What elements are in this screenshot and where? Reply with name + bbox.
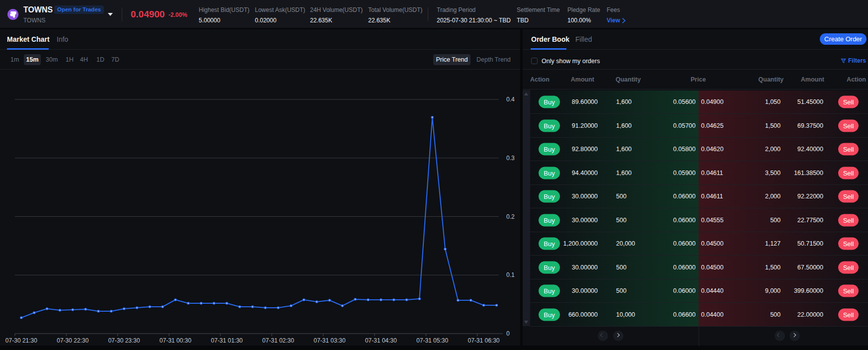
svg-text:0.2: 0.2	[506, 213, 515, 220]
svg-text:07-31 02:30: 07-31 02:30	[262, 337, 294, 344]
svg-text:07-30 23:30: 07-30 23:30	[108, 337, 140, 344]
svg-text:0.3: 0.3	[506, 155, 515, 162]
svg-text:0: 0	[506, 330, 510, 337]
svg-text:07-31 06:30: 07-31 06:30	[468, 337, 499, 344]
svg-text:07-30 21:30: 07-30 21:30	[5, 337, 37, 344]
svg-text:0.4: 0.4	[506, 96, 515, 103]
svg-text:07-31 04:30: 07-31 04:30	[365, 337, 397, 344]
svg-text:07-31 03:30: 07-31 03:30	[314, 337, 345, 344]
svg-text:07-31 05:30: 07-31 05:30	[416, 337, 448, 344]
svg-text:07-31 00:30: 07-31 00:30	[159, 337, 191, 344]
svg-text:07-30 22:30: 07-30 22:30	[57, 337, 88, 344]
svg-text:0.1: 0.1	[506, 271, 515, 278]
svg-text:07-31 01:30: 07-31 01:30	[211, 337, 242, 344]
